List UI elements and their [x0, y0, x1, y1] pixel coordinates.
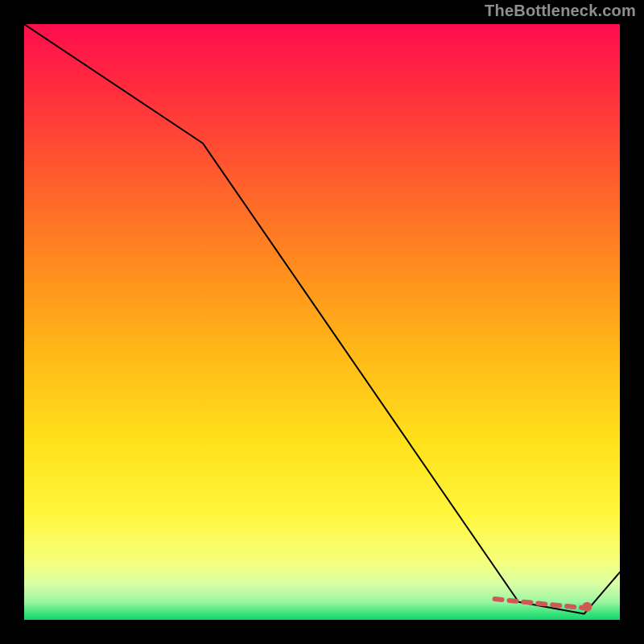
series-curve [24, 24, 620, 614]
chart-frame: TheBottleneck.com [0, 0, 644, 644]
highlight-dashed-segment [495, 599, 584, 608]
series-layer [24, 24, 620, 614]
annotation-layer [495, 599, 592, 612]
attribution-label: TheBottleneck.com [485, 2, 636, 20]
highlight-point [582, 602, 592, 612]
plot-area [24, 24, 620, 620]
chart-overlay [24, 24, 620, 620]
